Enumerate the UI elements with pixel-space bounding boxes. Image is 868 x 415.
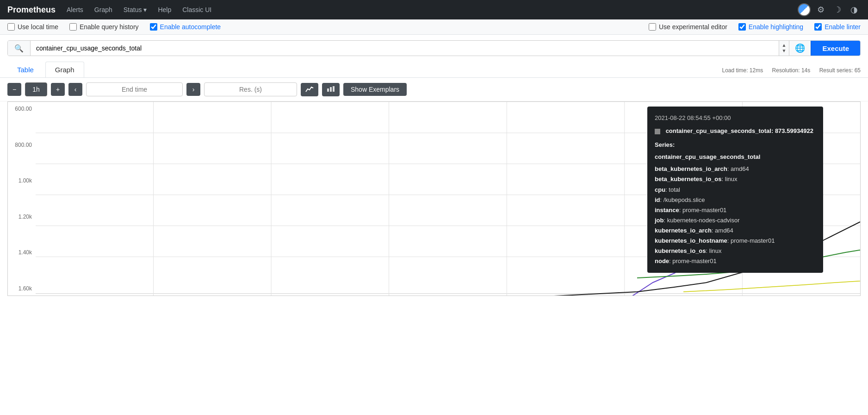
y-label-1: 1.40k bbox=[8, 249, 32, 256]
enable-query-history-text: Enable query history bbox=[80, 23, 139, 31]
scroll-down-arrow: ▼ bbox=[782, 49, 787, 53]
globe-icon-button[interactable]: 🌐 bbox=[789, 41, 811, 56]
enable-linter-checkbox[interactable] bbox=[814, 23, 822, 31]
nav-help[interactable]: Help bbox=[158, 6, 171, 13]
chart-grid bbox=[36, 102, 860, 296]
zoom-in-button[interactable]: + bbox=[51, 83, 65, 96]
show-exemplars-button[interactable]: Show Exemplars bbox=[343, 83, 407, 96]
prev-time-button[interactable]: ‹ bbox=[68, 83, 82, 96]
svg-rect-2 bbox=[333, 86, 335, 92]
y-label-0: 1.60k bbox=[8, 285, 32, 292]
enable-autocomplete-checkbox[interactable] bbox=[150, 23, 157, 31]
use-experimental-editor-checkbox[interactable] bbox=[649, 23, 656, 31]
nav-alerts[interactable]: Alerts bbox=[67, 6, 83, 13]
end-time-input[interactable] bbox=[86, 82, 183, 96]
nav-icons: ⚙ ☽ ◑ bbox=[798, 3, 861, 17]
line-chart-icon bbox=[305, 86, 314, 92]
y-label-4: 800.00 bbox=[8, 142, 32, 148]
settings-icon[interactable]: ⚙ bbox=[814, 3, 827, 17]
enable-highlighting-label[interactable]: Enable highlighting bbox=[738, 23, 803, 31]
search-bar: 🔍 ▲ ▼ 🌐 Execute bbox=[7, 40, 861, 56]
enable-linter-label[interactable]: Enable linter bbox=[814, 23, 861, 31]
chart-line-purple bbox=[632, 162, 806, 296]
theme-toggle[interactable] bbox=[798, 3, 811, 16]
graph-toolbar: − 1h + ‹ › Show Exemplars bbox=[0, 78, 868, 101]
scroll-up-arrow: ▲ bbox=[782, 43, 787, 48]
y-label-3: 1.00k bbox=[8, 177, 32, 184]
scroll-buttons[interactable]: ▲ ▼ bbox=[779, 41, 789, 56]
stacked-chart-icon bbox=[327, 86, 335, 92]
y-axis: 1.60k 1.40k 1.20k 1.00k 800.00 600.00 bbox=[8, 102, 36, 296]
y-label-2: 1.20k bbox=[8, 214, 32, 220]
use-local-time-text: Use local time bbox=[18, 23, 58, 31]
nav-status[interactable]: Status ▾ bbox=[124, 6, 147, 13]
use-local-time-label[interactable]: Use local time bbox=[7, 23, 58, 31]
enable-linter-text: Enable linter bbox=[825, 23, 861, 31]
tab-table[interactable]: Table bbox=[7, 62, 43, 77]
y-label-5: 600.00 bbox=[8, 106, 32, 112]
zoom-out-button[interactable]: − bbox=[7, 83, 21, 96]
chart-line-green bbox=[637, 248, 861, 278]
use-experimental-editor-label[interactable]: Use experimental editor bbox=[649, 23, 727, 31]
options-bar: Use local time Enable query history Enab… bbox=[0, 19, 868, 35]
status-dropdown-arrow: ▾ bbox=[143, 6, 147, 13]
resolution: Resolution: 14s bbox=[772, 67, 811, 74]
search-icon-button[interactable]: 🔍 bbox=[8, 41, 31, 56]
contrast-icon[interactable]: ◑ bbox=[848, 3, 861, 17]
stacked-chart-button[interactable] bbox=[322, 83, 340, 96]
moon-icon[interactable]: ☽ bbox=[831, 3, 844, 17]
execute-button[interactable]: Execute bbox=[811, 41, 860, 56]
load-time: Load time: 12ms bbox=[722, 67, 763, 74]
use-local-time-checkbox[interactable] bbox=[7, 23, 15, 31]
enable-query-history-checkbox[interactable] bbox=[69, 23, 77, 31]
result-series: Result series: 65 bbox=[819, 67, 861, 74]
line-chart-button[interactable] bbox=[301, 83, 318, 96]
chart-line-black bbox=[545, 213, 861, 296]
resolution-input[interactable] bbox=[204, 82, 297, 96]
svg-rect-1 bbox=[330, 87, 332, 92]
duration-display: 1h bbox=[25, 82, 47, 96]
enable-query-history-label[interactable]: Enable query history bbox=[69, 23, 139, 31]
tab-graph[interactable]: Graph bbox=[45, 62, 84, 77]
svg-rect-0 bbox=[327, 88, 329, 92]
chart-inner bbox=[36, 102, 860, 296]
tabs-row: Table Graph Load time: 12ms Resolution: … bbox=[0, 62, 868, 78]
use-experimental-editor-text: Use experimental editor bbox=[659, 23, 727, 31]
nav-graph[interactable]: Graph bbox=[94, 6, 112, 13]
nav-classic-ui[interactable]: Classic UI bbox=[182, 6, 211, 13]
enable-highlighting-checkbox[interactable] bbox=[738, 23, 746, 31]
brand[interactable]: Prometheus bbox=[7, 5, 56, 15]
enable-autocomplete-label[interactable]: Enable autocomplete bbox=[150, 23, 221, 31]
search-input[interactable] bbox=[31, 41, 779, 56]
enable-highlighting-text: Enable highlighting bbox=[749, 23, 803, 31]
enable-autocomplete-text: Enable autocomplete bbox=[160, 23, 221, 31]
next-time-button[interactable]: › bbox=[186, 83, 200, 96]
graph-area: 1.60k 1.40k 1.20k 1.00k 800.00 600.00 bbox=[0, 101, 868, 303]
navbar: Prometheus Alerts Graph Status ▾ Help Cl… bbox=[0, 0, 868, 19]
tab-meta: Load time: 12ms Resolution: 14s Result s… bbox=[715, 67, 861, 77]
graph-container: 1.60k 1.40k 1.20k 1.00k 800.00 600.00 bbox=[7, 101, 861, 296]
